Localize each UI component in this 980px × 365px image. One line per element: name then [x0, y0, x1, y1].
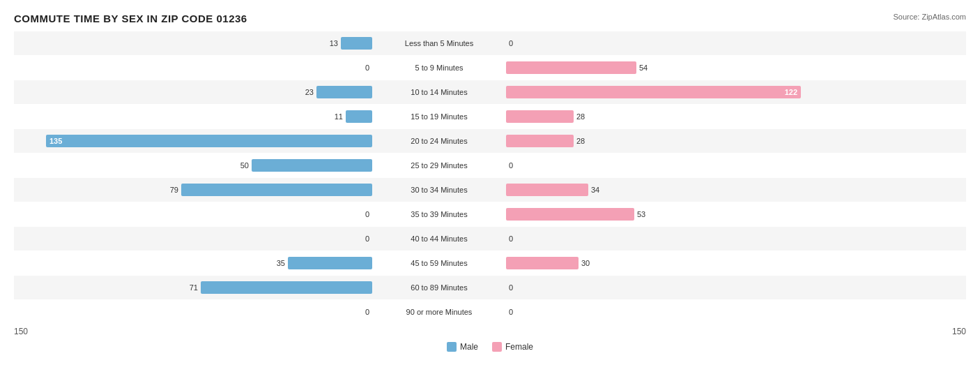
left-section: 35 [14, 257, 376, 269]
row-label: 20 to 24 Minutes [376, 137, 502, 145]
male-value: 13 [323, 39, 338, 47]
row-label: Less than 5 Minutes [376, 39, 502, 47]
male-value: 50 [233, 161, 249, 170]
female-bar [506, 61, 636, 74]
bar-row: 3545 to 59 Minutes30 [14, 251, 966, 275]
left-section: 50 [14, 159, 376, 172]
female-value: 0 [509, 283, 513, 292]
right-section: 0 [502, 308, 864, 316]
row-label: 40 to 44 Minutes [376, 234, 502, 243]
male-legend-label: Male [460, 342, 478, 352]
axis-left-label: 150 [14, 327, 376, 336]
row-label: 30 to 34 Minutes [376, 186, 502, 194]
title-row: COMMUTE TIME BY SEX IN ZIP CODE 01236 So… [14, 13, 966, 24]
right-section: 28 [502, 135, 864, 147]
row-label: 90 or more Minutes [376, 308, 502, 316]
right-section: 0 [502, 283, 864, 292]
bar-row: 5025 to 29 Minutes0 [14, 154, 966, 177]
female-value: 0 [509, 308, 513, 316]
bar-row: 7160 to 89 Minutes0 [14, 276, 966, 299]
chart-area: 13Less than 5 Minutes005 to 9 Minutes542… [14, 31, 966, 324]
male-value: 0 [354, 308, 369, 316]
legend-female: Female [492, 342, 533, 352]
female-bar [506, 257, 579, 269]
row-label: 5 to 9 Minutes [376, 64, 502, 72]
axis-right-label: 150 [604, 327, 966, 336]
male-value: 11 [328, 112, 343, 121]
left-section: 0 [14, 64, 376, 72]
male-value: 35 [270, 259, 285, 267]
left-section: 71 [14, 281, 376, 294]
bar-row: 2310 to 14 Minutes122 [14, 80, 966, 104]
male-value: 0 [354, 64, 369, 72]
female-value: 30 [581, 259, 590, 267]
female-bar [506, 135, 574, 147]
row-label: 15 to 19 Minutes [376, 112, 502, 121]
bar-row: 035 to 39 Minutes53 [14, 202, 966, 226]
bar-row: 13520 to 24 Minutes28 [14, 129, 966, 153]
right-section: 54 [502, 61, 864, 74]
right-section: 0 [502, 234, 864, 243]
right-section: 30 [502, 257, 864, 269]
female-bar: 122 [506, 86, 801, 98]
female-value: 53 [637, 210, 645, 218]
female-value: 34 [591, 186, 599, 194]
female-value: 0 [509, 161, 513, 170]
bar-row: 090 or more Minutes0 [14, 300, 966, 324]
right-section: 0 [502, 161, 864, 170]
row-label: 10 to 14 Minutes [376, 88, 502, 96]
source-text: Source: ZipAtlas.com [893, 13, 966, 21]
right-section: 53 [502, 208, 864, 221]
left-section: 135 [14, 135, 376, 147]
male-bar [341, 37, 372, 50]
right-section: 28 [502, 110, 864, 123]
male-value: 23 [298, 88, 314, 96]
male-bar [316, 86, 372, 98]
bar-row: 1115 to 19 Minutes28 [14, 105, 966, 128]
female-legend-box [492, 342, 502, 352]
male-bar [252, 159, 372, 172]
female-value: 0 [509, 39, 513, 47]
male-value: 0 [354, 234, 369, 243]
female-value: 0 [509, 234, 513, 243]
left-section: 0 [14, 308, 376, 316]
bar-row: 13Less than 5 Minutes0 [14, 31, 966, 55]
male-value: 0 [354, 210, 369, 218]
left-section: 0 [14, 234, 376, 243]
male-legend-box [447, 342, 457, 352]
male-bar: 135 [46, 135, 372, 147]
chart-title: COMMUTE TIME BY SEX IN ZIP CODE 01236 [14, 13, 247, 24]
female-legend-label: Female [505, 342, 533, 352]
female-bar [506, 208, 634, 221]
bar-row: 05 to 9 Minutes54 [14, 56, 966, 80]
male-bar [346, 110, 372, 123]
axis-labels: 150 150 [14, 327, 966, 336]
female-value: 54 [639, 64, 648, 72]
male-value-inside: 135 [46, 137, 66, 145]
female-bar [506, 184, 588, 196]
male-value: 71 [183, 283, 198, 292]
row-label: 45 to 59 Minutes [376, 259, 502, 267]
female-value: 28 [576, 112, 585, 121]
female-value-inside: 122 [781, 88, 801, 96]
right-section: 34 [502, 184, 864, 196]
right-section: 122 [502, 86, 864, 98]
male-value: 79 [163, 186, 178, 194]
female-bar [506, 110, 574, 123]
left-section: 13 [14, 37, 376, 50]
bar-row: 040 to 44 Minutes0 [14, 227, 966, 251]
left-section: 79 [14, 184, 376, 196]
legend-male: Male [447, 342, 478, 352]
female-value: 28 [576, 137, 585, 145]
row-label: 60 to 89 Minutes [376, 283, 502, 292]
male-bar [288, 257, 372, 269]
left-section: 23 [14, 86, 376, 98]
male-bar [201, 281, 372, 294]
row-label: 25 to 29 Minutes [376, 161, 502, 170]
row-label: 35 to 39 Minutes [376, 210, 502, 218]
bar-row: 7930 to 34 Minutes34 [14, 178, 966, 202]
male-bar [181, 184, 372, 196]
left-section: 0 [14, 210, 376, 218]
legend: Male Female [14, 342, 966, 352]
chart-container: COMMUTE TIME BY SEX IN ZIP CODE 01236 So… [0, 0, 980, 365]
